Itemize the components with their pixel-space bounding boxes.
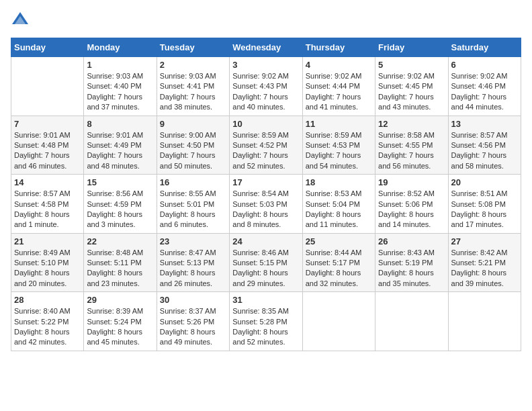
day-info: Sunrise: 8:43 AMSunset: 5:19 PMDaylight:…: [378, 248, 445, 289]
header-row: SundayMondayTuesdayWednesdayThursdayFrid…: [11, 38, 521, 57]
day-info: Sunrise: 8:48 AMSunset: 5:11 PMDaylight:…: [87, 248, 153, 289]
day-info: Sunrise: 8:39 AMSunset: 5:24 PMDaylight:…: [87, 306, 153, 348]
day-info: Sunrise: 8:53 AMSunset: 5:04 PMDaylight:…: [306, 189, 372, 230]
calendar-cell: [375, 292, 448, 351]
calendar-cell: [302, 292, 375, 351]
calendar-cell: 18Sunrise: 8:53 AMSunset: 5:04 PMDayligh…: [302, 175, 375, 234]
logo: [11, 11, 32, 30]
day-info: Sunrise: 8:59 AMSunset: 4:52 PMDaylight:…: [232, 130, 299, 172]
day-info: Sunrise: 9:01 AMSunset: 4:49 PMDaylight:…: [87, 130, 153, 172]
day-info: Sunrise: 8:37 AMSunset: 5:26 PMDaylight:…: [160, 306, 226, 348]
weekday-header: Monday: [84, 38, 157, 57]
day-info: Sunrise: 8:56 AMSunset: 4:59 PMDaylight:…: [87, 189, 153, 230]
day-number: 20: [451, 177, 518, 187]
day-number: 29: [87, 295, 153, 305]
day-number: 18: [306, 177, 372, 187]
day-info: Sunrise: 8:40 AMSunset: 5:22 PMDaylight:…: [14, 306, 81, 348]
calendar-cell: 27Sunrise: 8:42 AMSunset: 5:21 PMDayligh…: [448, 233, 521, 292]
day-info: Sunrise: 9:03 AMSunset: 4:41 PMDaylight:…: [160, 71, 226, 113]
day-number: 13: [451, 119, 518, 129]
day-number: 4: [306, 60, 372, 70]
page-header: [11, 11, 521, 30]
calendar-cell: 3Sunrise: 9:02 AMSunset: 4:43 PMDaylight…: [230, 57, 302, 116]
day-number: 30: [160, 295, 226, 305]
calendar-cell: 30Sunrise: 8:37 AMSunset: 5:26 PMDayligh…: [157, 292, 229, 351]
day-number: 22: [87, 236, 153, 246]
day-number: 5: [378, 60, 445, 70]
day-number: 12: [378, 119, 445, 129]
calendar-cell: 29Sunrise: 8:39 AMSunset: 5:24 PMDayligh…: [84, 292, 157, 351]
calendar-cell: 25Sunrise: 8:44 AMSunset: 5:17 PMDayligh…: [302, 233, 375, 292]
calendar-cell: 10Sunrise: 8:59 AMSunset: 4:52 PMDayligh…: [230, 116, 302, 175]
day-number: 7: [14, 119, 81, 129]
calendar-cell: 1Sunrise: 9:03 AMSunset: 4:40 PMDaylight…: [84, 57, 157, 116]
calendar-cell: 23Sunrise: 8:47 AMSunset: 5:13 PMDayligh…: [157, 233, 229, 292]
day-number: 8: [87, 119, 153, 129]
calendar-cell: [448, 292, 521, 351]
day-number: 1: [87, 60, 153, 70]
calendar-cell: 19Sunrise: 8:52 AMSunset: 5:06 PMDayligh…: [375, 175, 448, 234]
day-number: 27: [451, 236, 518, 246]
calendar-cell: 31Sunrise: 8:35 AMSunset: 5:28 PMDayligh…: [230, 292, 302, 351]
calendar-week-row: 28Sunrise: 8:40 AMSunset: 5:22 PMDayligh…: [11, 292, 521, 351]
day-info: Sunrise: 9:02 AMSunset: 4:44 PMDaylight:…: [306, 71, 372, 113]
day-info: Sunrise: 8:49 AMSunset: 5:10 PMDaylight:…: [14, 248, 81, 289]
day-info: Sunrise: 8:44 AMSunset: 5:17 PMDaylight:…: [306, 248, 372, 289]
calendar-week-row: 21Sunrise: 8:49 AMSunset: 5:10 PMDayligh…: [11, 233, 521, 292]
calendar-cell: 2Sunrise: 9:03 AMSunset: 4:41 PMDaylight…: [157, 57, 229, 116]
calendar-cell: 26Sunrise: 8:43 AMSunset: 5:19 PMDayligh…: [375, 233, 448, 292]
calendar-cell: 5Sunrise: 9:02 AMSunset: 4:45 PMDaylight…: [375, 57, 448, 116]
day-info: Sunrise: 9:01 AMSunset: 4:48 PMDaylight:…: [14, 130, 81, 172]
day-number: 15: [87, 177, 153, 187]
weekday-header: Thursday: [302, 38, 375, 57]
day-info: Sunrise: 8:58 AMSunset: 4:55 PMDaylight:…: [378, 130, 445, 172]
calendar-cell: 4Sunrise: 9:02 AMSunset: 4:44 PMDaylight…: [302, 57, 375, 116]
day-number: 2: [160, 60, 226, 70]
day-info: Sunrise: 8:57 AMSunset: 4:58 PMDaylight:…: [14, 189, 81, 230]
logo-icon: [11, 11, 30, 30]
calendar-cell: 7Sunrise: 9:01 AMSunset: 4:48 PMDaylight…: [11, 116, 84, 175]
day-number: 26: [378, 236, 445, 246]
weekday-header: Wednesday: [230, 38, 302, 57]
day-info: Sunrise: 8:47 AMSunset: 5:13 PMDaylight:…: [160, 248, 226, 289]
calendar-cell: 6Sunrise: 9:02 AMSunset: 4:46 PMDaylight…: [448, 57, 521, 116]
day-number: 16: [160, 177, 226, 187]
calendar-cell: [11, 57, 84, 116]
day-number: 24: [232, 236, 299, 246]
day-info: Sunrise: 9:02 AMSunset: 4:46 PMDaylight:…: [451, 71, 518, 113]
calendar-week-row: 7Sunrise: 9:01 AMSunset: 4:48 PMDaylight…: [11, 116, 521, 175]
day-number: 19: [378, 177, 445, 187]
day-info: Sunrise: 8:51 AMSunset: 5:08 PMDaylight:…: [451, 189, 518, 230]
day-number: 3: [232, 60, 299, 70]
day-info: Sunrise: 9:02 AMSunset: 4:45 PMDaylight:…: [378, 71, 445, 113]
day-number: 28: [14, 295, 81, 305]
day-info: Sunrise: 8:35 AMSunset: 5:28 PMDaylight:…: [232, 306, 299, 348]
day-info: Sunrise: 8:57 AMSunset: 4:56 PMDaylight:…: [451, 130, 518, 172]
day-info: Sunrise: 8:46 AMSunset: 5:15 PMDaylight:…: [232, 248, 299, 289]
day-info: Sunrise: 8:42 AMSunset: 5:21 PMDaylight:…: [451, 248, 518, 289]
calendar-cell: 21Sunrise: 8:49 AMSunset: 5:10 PMDayligh…: [11, 233, 84, 292]
calendar-cell: 9Sunrise: 9:00 AMSunset: 4:50 PMDaylight…: [157, 116, 229, 175]
weekday-header: Sunday: [11, 38, 84, 57]
calendar-week-row: 14Sunrise: 8:57 AMSunset: 4:58 PMDayligh…: [11, 175, 521, 234]
calendar-cell: 20Sunrise: 8:51 AMSunset: 5:08 PMDayligh…: [448, 175, 521, 234]
day-number: 31: [232, 295, 299, 305]
day-number: 17: [232, 177, 299, 187]
calendar-cell: 28Sunrise: 8:40 AMSunset: 5:22 PMDayligh…: [11, 292, 84, 351]
day-number: 14: [14, 177, 81, 187]
day-info: Sunrise: 8:59 AMSunset: 4:53 PMDaylight:…: [306, 130, 372, 172]
day-info: Sunrise: 8:55 AMSunset: 5:01 PMDaylight:…: [160, 189, 226, 230]
day-number: 6: [451, 60, 518, 70]
day-number: 9: [160, 119, 226, 129]
day-number: 11: [306, 119, 372, 129]
weekday-header: Friday: [375, 38, 448, 57]
calendar-cell: 15Sunrise: 8:56 AMSunset: 4:59 PMDayligh…: [84, 175, 157, 234]
calendar-cell: 11Sunrise: 8:59 AMSunset: 4:53 PMDayligh…: [302, 116, 375, 175]
calendar-cell: 8Sunrise: 9:01 AMSunset: 4:49 PMDaylight…: [84, 116, 157, 175]
day-info: Sunrise: 9:03 AMSunset: 4:40 PMDaylight:…: [87, 71, 153, 113]
calendar-table: SundayMondayTuesdayWednesdayThursdayFrid…: [11, 38, 521, 351]
calendar-cell: 22Sunrise: 8:48 AMSunset: 5:11 PMDayligh…: [84, 233, 157, 292]
day-number: 23: [160, 236, 226, 246]
calendar-cell: 12Sunrise: 8:58 AMSunset: 4:55 PMDayligh…: [375, 116, 448, 175]
calendar-cell: 14Sunrise: 8:57 AMSunset: 4:58 PMDayligh…: [11, 175, 84, 234]
